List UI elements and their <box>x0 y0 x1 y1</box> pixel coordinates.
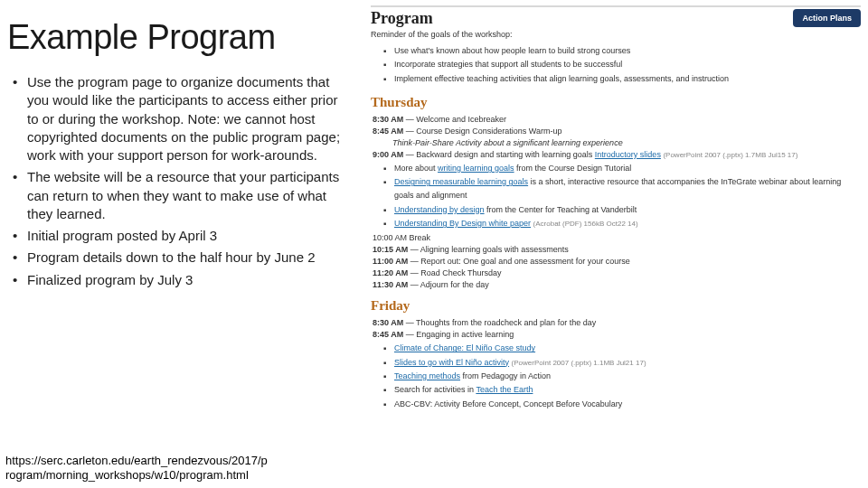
link[interactable]: writing learning goals <box>438 164 514 173</box>
goal-item: Incorporate strategies that support all … <box>394 58 861 71</box>
goals-list: Use what's known about how people learn … <box>371 44 861 86</box>
italic-note: Think-Pair-Share Activity about a signif… <box>392 138 861 147</box>
page-title: Program <box>371 9 513 28</box>
list-item: Teaching methods from Pedagogy in Action <box>394 370 861 383</box>
list-item: Climate of Change: El Niño Case study <box>394 342 861 355</box>
footer-url-line: rogram/morning_workshops/w10/program.htm… <box>5 468 249 482</box>
list-item: Slides to go with El Niño activity (Powe… <box>394 356 861 370</box>
schedule-row: 8:45 AM — Course Design Considerations W… <box>373 127 861 136</box>
schedule-row: 10:15 AM — Aligning learning goals with … <box>373 245 861 254</box>
schedule-row: 8:30 AM — Welcome and Icebreaker <box>373 115 861 124</box>
link[interactable]: Teaching methods <box>394 371 460 380</box>
divider <box>371 5 861 7</box>
action-plans-button[interactable]: Action Plans <box>793 9 861 27</box>
goal-item: Use what's known about how people learn … <box>394 44 861 58</box>
link[interactable]: Climate of Change: El Niño Case study <box>394 343 535 352</box>
slide-bullet-list: Use the program page to organize documen… <box>7 73 346 289</box>
embedded-webpage-screenshot: Program Reminder of the goals of the wor… <box>362 0 868 488</box>
list-item: ABC-CBV: Activity Before Concept, Concep… <box>394 398 861 411</box>
slide-bullet: The website will be a resource that your… <box>7 168 346 223</box>
link[interactable]: Understanding by design <box>394 205 485 214</box>
slide-title: Example Program <box>7 18 346 57</box>
link[interactable]: Introductory slides <box>595 150 661 159</box>
link[interactable]: Teach the Earth <box>476 385 533 394</box>
day-heading-thursday: Thursday <box>371 95 861 110</box>
schedule-row: 8:45 AM — Engaging in active learning <box>373 330 861 339</box>
reminder-text: Reminder of the goals of the workshop: <box>371 30 513 39</box>
footer-url-line: https://serc.carleton.edu/earth_rendezvo… <box>5 454 268 467</box>
resource-list: More about writing learning goals from t… <box>371 162 861 230</box>
list-item: More about writing learning goals from t… <box>394 162 861 175</box>
slide-left-column: Example Program Use the program page to … <box>0 0 357 488</box>
footer-url: https://serc.carleton.edu/earth_rendezvo… <box>5 454 268 483</box>
day-heading-friday: Friday <box>371 298 861 314</box>
link[interactable]: Designing measurable learning goals <box>394 177 528 186</box>
schedule-row: 8:30 AM — Thoughts from the roadcheck an… <box>373 318 861 327</box>
schedule-row: 10:00 AM Break <box>373 233 861 242</box>
schedule-row: 9:00 AM — Backward design and starting w… <box>373 150 861 159</box>
list-item: Understanding by design from the Center … <box>394 203 861 217</box>
slide-bullet: Program details down to the half hour by… <box>7 249 346 267</box>
schedule-row: 11:20 AM — Road Check Thursday <box>373 268 861 277</box>
link[interactable]: Understanding By Design white paper <box>394 219 531 228</box>
link[interactable]: Slides to go with El Niño activity <box>394 358 509 367</box>
resource-list: Climate of Change: El Niño Case study Sl… <box>371 342 861 410</box>
goal-item: Implement effective teaching activities … <box>394 72 861 86</box>
schedule-row: 11:00 AM — Report out: One goal and one … <box>373 257 861 266</box>
schedule-row: 11:30 AM — Adjourn for the day <box>373 280 861 289</box>
list-item: Search for activities in Teach the Earth <box>394 383 861 397</box>
slide-bullet: Initial program posted by April 3 <box>7 227 346 245</box>
slide-bullet: Finalized program by July 3 <box>7 271 346 289</box>
slide-bullet: Use the program page to organize documen… <box>7 73 346 164</box>
list-item: Designing measurable learning goals is a… <box>394 175 861 203</box>
list-item: Understanding By Design white paper (Acr… <box>394 217 861 230</box>
